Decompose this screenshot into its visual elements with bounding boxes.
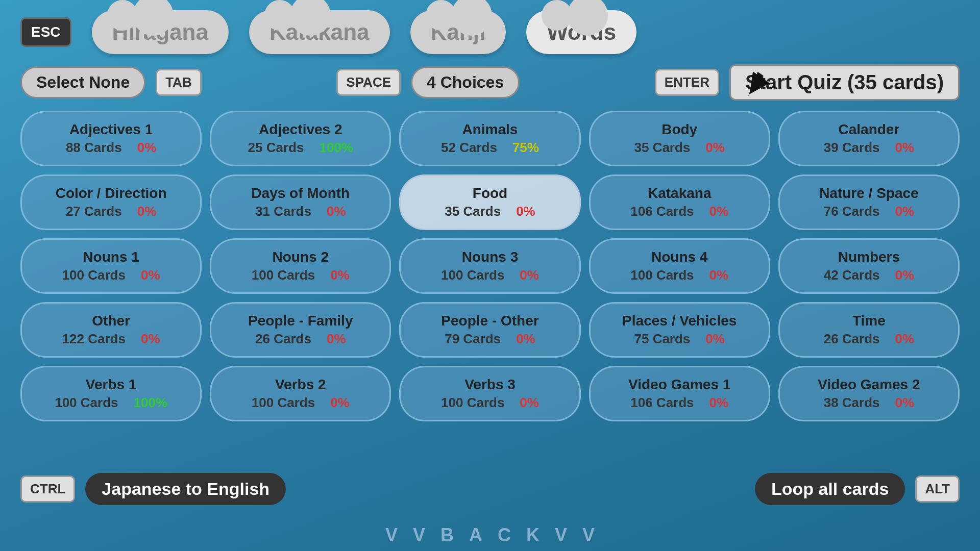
card-percent: 100% (134, 395, 168, 411)
card-item-verbs2[interactable]: Verbs 2100 Cards0% (210, 366, 391, 421)
card-item-time[interactable]: Time26 Cards0% (778, 302, 960, 358)
keyboard-hints: VVBACKVV (0, 524, 980, 546)
card-item-body[interactable]: Body35 Cards0% (589, 111, 770, 166)
card-count: 106 Cards (630, 395, 694, 411)
keyboard-hint-0: V (385, 524, 398, 546)
card-count: 27 Cards (66, 204, 122, 219)
card-item-nouns3[interactable]: Nouns 3100 Cards0% (399, 238, 580, 294)
card-item-adj2[interactable]: Adjectives 225 Cards100% (210, 111, 391, 166)
card-title: Nouns 4 (651, 249, 707, 265)
card-item-nouns1[interactable]: Nouns 1100 Cards0% (20, 238, 202, 294)
keyboard-hint-3: A (469, 524, 482, 546)
card-item-videogames2[interactable]: Video Games 238 Cards0% (778, 366, 960, 421)
card-item-verbs1[interactable]: Verbs 1100 Cards100% (20, 366, 202, 421)
card-count: 31 Cards (255, 204, 311, 219)
card-percent: 0% (895, 331, 915, 347)
card-item-nouns2[interactable]: Nouns 2100 Cards0% (210, 238, 391, 294)
keyboard-hint-6: V (555, 524, 567, 546)
card-count: 25 Cards (248, 140, 304, 156)
card-title: Food (473, 185, 507, 202)
katakana-cloud: Katakana (249, 10, 390, 54)
words-cloud: Words (526, 10, 636, 54)
card-title: Katakana (648, 185, 712, 202)
card-percent: 0% (516, 331, 535, 347)
card-percent: 0% (516, 204, 535, 219)
card-item-videogames1[interactable]: Video Games 1106 Cards0% (589, 366, 770, 421)
tab-key-button[interactable]: TAB (156, 69, 202, 96)
card-percent: 0% (520, 395, 539, 411)
card-title: Other (92, 313, 130, 329)
card-percent: 0% (705, 140, 725, 156)
card-item-verbs3[interactable]: Verbs 3100 Cards0% (399, 366, 580, 421)
card-item-katakana[interactable]: Katakana106 Cards0% (589, 174, 770, 230)
card-item-food[interactable]: Food35 Cards0% (399, 174, 580, 230)
enter-key-button[interactable]: ENTER (655, 69, 719, 96)
card-percent: 0% (709, 267, 729, 283)
card-item-daysmonth[interactable]: Days of Month31 Cards0% (210, 174, 391, 230)
kanji-cloud: Kanji (410, 10, 506, 54)
card-title: Adjectives 1 (69, 121, 153, 138)
keyboard-hint-4: C (498, 524, 511, 546)
card-title: People - Family (248, 313, 353, 329)
card-percent: 0% (895, 204, 915, 219)
card-count: 100 Cards (441, 395, 504, 411)
card-percent: 0% (330, 395, 350, 411)
card-item-placesveh[interactable]: Places / Vehicles75 Cards0% (589, 302, 770, 358)
card-count: 35 Cards (634, 140, 690, 156)
card-item-other[interactable]: Other122 Cards0% (20, 302, 202, 358)
card-item-adj1[interactable]: Adjectives 188 Cards0% (20, 111, 202, 166)
space-key-button[interactable]: SPACE (336, 69, 401, 96)
hiragana-tab[interactable]: Hiragana (92, 10, 229, 54)
card-count: 100 Cards (252, 395, 315, 411)
card-percent: 0% (709, 395, 729, 411)
card-item-animals[interactable]: Animals52 Cards75% (399, 111, 580, 166)
kanji-tab[interactable]: Kanji (410, 10, 506, 54)
card-grid: Adjectives 188 Cards0%Adjectives 225 Car… (0, 111, 980, 421)
card-item-naturespace[interactable]: Nature / Space76 Cards0% (778, 174, 960, 230)
card-item-peopleother[interactable]: People - Other79 Cards0% (399, 302, 580, 358)
card-title: Body (662, 121, 697, 138)
card-percent: 0% (330, 267, 350, 283)
card-percent: 0% (327, 204, 346, 219)
card-count: 79 Cards (445, 331, 501, 347)
card-percent: 0% (895, 267, 915, 283)
card-percent: 0% (141, 267, 160, 283)
card-count: 88 Cards (66, 140, 122, 156)
card-title: Nouns 1 (83, 249, 139, 265)
loop-all-cards-button[interactable]: Loop all cards (755, 473, 905, 505)
card-title: Animals (462, 121, 518, 138)
controls-row: Select None TAB SPACE 4 Choices ENTER St… (0, 64, 980, 101)
card-title: Nature / Space (819, 185, 919, 202)
card-percent: 0% (705, 331, 725, 347)
card-title: Verbs 3 (464, 377, 516, 393)
card-title: Verbs 1 (86, 377, 137, 393)
words-tab[interactable]: Words (526, 10, 636, 54)
choices-button[interactable]: 4 Choices (411, 66, 520, 98)
select-none-button[interactable]: Select None (20, 66, 145, 98)
direction-label: Japanese to English (85, 473, 286, 505)
card-item-peoplefam[interactable]: People - Family26 Cards0% (210, 302, 391, 358)
keyboard-hint-7: V (582, 524, 595, 546)
card-title: Video Games 1 (628, 377, 730, 393)
katakana-tab[interactable]: Katakana (249, 10, 390, 54)
card-item-nouns4[interactable]: Nouns 4100 Cards0% (589, 238, 770, 294)
card-count: 52 Cards (441, 140, 497, 156)
card-count: 100 Cards (252, 267, 315, 283)
card-percent: 0% (141, 331, 160, 347)
alt-key-button[interactable]: ALT (915, 475, 960, 503)
keyboard-hint-5: K (526, 524, 540, 546)
top-nav: ESC Hiragana Katakana Kanji Words (0, 0, 980, 64)
card-count: 122 Cards (62, 331, 126, 347)
card-item-numbers[interactable]: Numbers42 Cards0% (778, 238, 960, 294)
card-count: 106 Cards (630, 204, 694, 219)
card-title: Time (852, 313, 886, 329)
card-count: 26 Cards (824, 331, 880, 347)
card-count: 39 Cards (824, 140, 880, 156)
card-item-calendar[interactable]: Calander39 Cards0% (778, 111, 960, 166)
bottom-bar: CTRL Japanese to English Loop all cards … (0, 468, 980, 510)
keyboard-hint-1: V (413, 524, 425, 546)
card-count: 75 Cards (634, 331, 690, 347)
card-item-colordir[interactable]: Color / Direction27 Cards0% (20, 174, 202, 230)
ctrl-key-button[interactable]: CTRL (20, 475, 75, 503)
esc-button[interactable]: ESC (20, 17, 71, 47)
